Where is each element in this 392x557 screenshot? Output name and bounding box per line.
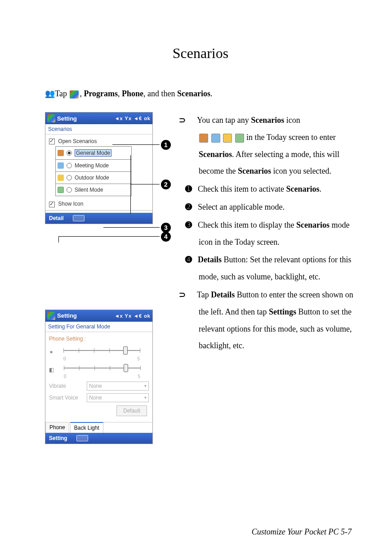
nav-instruction: 👥 Tap , Programs, Phone, and then Scenar… xyxy=(45,89,356,99)
ring-icon: ✶ xyxy=(49,349,53,355)
meeting-mode-icon xyxy=(211,134,220,143)
smart-voice-combo[interactable]: None▾ xyxy=(87,393,149,402)
callout-1: 1 xyxy=(161,140,171,150)
open-scenarios-checkbox[interactable] xyxy=(49,139,55,144)
general-mode-icon xyxy=(199,134,208,143)
people-icon: 👥 xyxy=(45,89,53,99)
note-icon: ⊃ xyxy=(189,287,197,304)
silent-mode-icon xyxy=(58,187,64,193)
chevron-down-icon: ▾ xyxy=(144,395,147,400)
start-flag-icon xyxy=(70,90,79,99)
ring-slider[interactable] xyxy=(63,346,140,355)
bullet-2-icon: ➋ xyxy=(189,199,198,216)
vibrate-combo[interactable]: None▾ xyxy=(87,382,149,391)
page-title: Scenarios xyxy=(45,45,356,62)
speaker-icon: ◧ xyxy=(49,367,54,373)
general-radio[interactable] xyxy=(67,150,72,156)
mode-silent[interactable]: Silent Mode xyxy=(56,184,131,196)
scenarios-settings-screenshot: Setting ◄x Yx ◄€ ok Scenarios Open Scena… xyxy=(45,112,153,224)
description-column: ⊃You can tap any Scenarios icon in the T… xyxy=(189,112,356,355)
titlebar-tray: ◄x Yx ◄€ ok xyxy=(115,313,151,319)
titlebar-text: Setting xyxy=(57,312,77,319)
outdoor-radio[interactable] xyxy=(67,175,72,180)
tab-backlight[interactable]: Back Light xyxy=(70,422,103,433)
device-titlebar: Setting ◄x Yx ◄€ ok xyxy=(45,112,152,124)
setting-button[interactable]: Setting xyxy=(49,435,67,441)
titlebar-tray: ◄x Yx ◄€ ok xyxy=(115,116,151,121)
outdoor-mode-icon xyxy=(58,175,64,181)
screen-caption: Scenarios xyxy=(45,124,152,135)
start-flag-icon xyxy=(47,114,55,122)
start-flag-icon xyxy=(47,312,55,320)
silent-mode-icon xyxy=(235,134,244,143)
keyboard-icon[interactable] xyxy=(76,435,88,441)
tab-strip: Phone Back Light xyxy=(45,422,152,433)
mode-general[interactable]: General Mode xyxy=(56,146,131,159)
general-mode-icon xyxy=(58,150,64,156)
callout-3: 3 xyxy=(161,223,171,233)
meeting-radio[interactable] xyxy=(67,163,72,168)
outdoor-mode-icon xyxy=(223,134,232,143)
callout-2: 2 xyxy=(161,180,171,189)
device-bottom-bar: Setting xyxy=(45,433,152,444)
speaker-slider[interactable] xyxy=(64,363,140,373)
smart-voice-row: Smart Voice None▾ xyxy=(49,393,149,402)
note-icon: ⊃ xyxy=(189,112,197,129)
callout-4: 4 xyxy=(161,232,171,242)
mode-list: General Mode Meeting Mode Outdoor Mode xyxy=(55,146,132,196)
titlebar-text: Setting xyxy=(57,115,77,122)
keyboard-icon[interactable] xyxy=(73,215,85,221)
mode-outdoor[interactable]: Outdoor Mode xyxy=(56,171,131,184)
device-bottom-bar: Detail xyxy=(45,213,152,224)
show-icon-checkbox[interactable] xyxy=(49,202,55,207)
tab-phone[interactable]: Phone xyxy=(45,422,69,433)
screen-caption: Setting For Genaral Mode xyxy=(45,322,152,332)
show-icon-row[interactable]: Show Icon xyxy=(49,201,149,207)
vibrate-row: Vibrate None▾ xyxy=(49,382,149,391)
phone-setting-label: Phone Setting : xyxy=(49,336,149,342)
device-titlebar: Setting ◄x Yx ◄€ ok xyxy=(45,310,152,322)
detail-settings-screenshot: Setting ◄x Yx ◄€ ok Setting For Genaral … xyxy=(45,310,153,444)
default-button[interactable]: Default xyxy=(116,405,147,416)
bullet-3-icon: ➌ xyxy=(189,217,198,234)
bullet-4-icon: ➍ xyxy=(189,252,198,269)
detail-button[interactable]: Detail xyxy=(49,215,64,221)
chevron-down-icon: ▾ xyxy=(144,383,147,388)
meeting-mode-icon xyxy=(58,162,64,169)
open-scenarios-row[interactable]: Open Scenarios xyxy=(49,138,149,144)
page-footer: Customize Your Pocket PC 5-7 xyxy=(252,527,352,537)
bullet-1-icon: ➊ xyxy=(189,181,198,198)
silent-radio[interactable] xyxy=(67,187,72,193)
mode-meeting[interactable]: Meeting Mode xyxy=(56,159,131,171)
